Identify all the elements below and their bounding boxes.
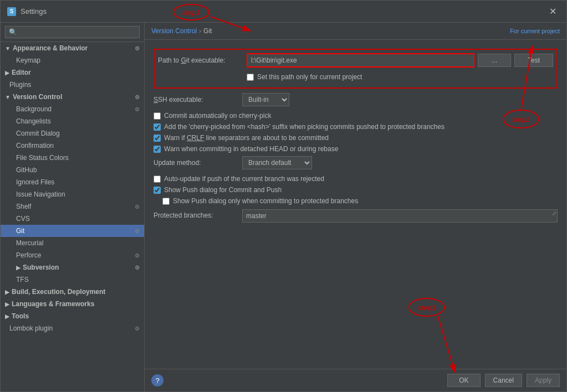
- sidebar-item-appearance[interactable]: ▼Appearance & Behavior ⚙: [1, 42, 144, 54]
- show-push-row: Show Push dialog for Commit and Push: [154, 186, 558, 194]
- protected-input-wrap: ⤢: [242, 209, 558, 223]
- cherry-picked-label: Add the 'cherry-picked from <hash>' suff…: [164, 123, 445, 131]
- shelf-config-icon: ⚙: [135, 204, 140, 210]
- protected-row: Protected branches: ⤢: [154, 209, 558, 223]
- sidebar: ▼Appearance & Behavior ⚙ Keymap ▶Editor …: [1, 23, 145, 391]
- sidebar-item-lombok[interactable]: Lombok plugin ⚙: [1, 322, 144, 334]
- detached-row: Warn when committing in detached HEAD or…: [154, 145, 558, 153]
- set-path-row: Set this path only for current project: [158, 73, 553, 81]
- ok-button[interactable]: OK: [447, 374, 480, 387]
- auto-update-row: Auto-update if push of the current branc…: [154, 175, 558, 183]
- cherry-picked-checkbox[interactable]: [154, 123, 161, 131]
- vc-config-icon: ⚙: [135, 94, 140, 100]
- show-push-only-row: Show Push dialog only when committing to…: [154, 197, 558, 205]
- protected-label: Protected branches:: [154, 209, 242, 219]
- crlf-checkbox[interactable]: [154, 135, 161, 142]
- sidebar-item-perforce[interactable]: Perforce ⚙: [1, 249, 144, 261]
- breadcrumb: Version Control › Git For current projec…: [145, 23, 566, 40]
- cherry-pick-row: Commit automatically on cherry-pick: [154, 112, 558, 120]
- cherry-picked-row: Add the 'cherry-picked from <hash>' suff…: [154, 123, 558, 131]
- dialog-title: Settings: [21, 7, 47, 16]
- sidebar-item-build-exec[interactable]: ▶Build, Execution, Deployment: [1, 286, 144, 298]
- sidebar-item-tools[interactable]: ▶Tools: [1, 310, 144, 322]
- expand-button[interactable]: ⤢: [552, 210, 556, 216]
- git-config-icon: ⚙: [135, 228, 140, 234]
- detached-checkbox[interactable]: [154, 146, 161, 153]
- cancel-button[interactable]: Cancel: [485, 374, 522, 387]
- ssh-row: SSH executable: Built-in Native: [154, 93, 558, 106]
- title-bar: S Settings ✕: [1, 1, 566, 23]
- sidebar-item-background[interactable]: Background ⚙: [1, 103, 144, 115]
- path-row-outline: Path to Git executable: ... Test Set thi…: [154, 49, 558, 89]
- git-path-input[interactable]: [247, 53, 474, 68]
- close-button[interactable]: ✕: [546, 5, 560, 18]
- sidebar-item-keymap[interactable]: Keymap: [1, 54, 144, 66]
- set-path-label[interactable]: Set this path only for current project: [257, 73, 362, 81]
- sidebar-item-editor[interactable]: ▶Editor: [1, 66, 144, 79]
- bottom-bar: ? OK Cancel Apply: [145, 369, 566, 391]
- set-path-checkbox[interactable]: [247, 74, 254, 81]
- path-label: Path to Git executable:: [158, 56, 247, 64]
- sidebar-item-changelists[interactable]: Changelists: [1, 115, 144, 127]
- crlf-row: Warn if CRLF line separators are about t…: [154, 134, 558, 142]
- sidebar-item-ignored-files[interactable]: Ignored Files: [1, 176, 144, 188]
- sidebar-item-tfs[interactable]: TFS: [1, 274, 144, 286]
- breadcrumb-vc[interactable]: Version Control: [151, 27, 197, 35]
- update-select[interactable]: Branch default Merge Rebase: [242, 156, 312, 169]
- apply-button[interactable]: Apply: [527, 374, 560, 387]
- main-panel: Version Control › Git For current projec…: [145, 23, 566, 391]
- sidebar-item-confirmation[interactable]: Confirmation: [1, 140, 144, 152]
- protected-input[interactable]: [242, 209, 558, 223]
- lombok-config-icon: ⚙: [135, 326, 140, 332]
- ssh-label: SSH executable:: [154, 96, 242, 104]
- breadcrumb-project: For current project: [510, 28, 560, 34]
- ssh-select[interactable]: Built-in Native: [242, 93, 289, 106]
- sidebar-item-mercurial[interactable]: Mercurial: [1, 237, 144, 249]
- sidebar-item-issue-navigation[interactable]: Issue Navigation: [1, 188, 144, 200]
- panel-content: Path to Git executable: ... Test Set thi…: [145, 40, 566, 369]
- sidebar-item-commit-dialog[interactable]: Commit Dialog: [1, 127, 144, 140]
- sidebar-item-github[interactable]: GitHub: [1, 164, 144, 176]
- search-box[interactable]: [1, 23, 144, 42]
- test-button[interactable]: Test: [514, 54, 553, 67]
- update-row: Update method: Branch default Merge Reba…: [154, 156, 558, 169]
- bg-config-icon: ⚙: [135, 106, 140, 112]
- show-push-label[interactable]: Show Push dialog for Commit and Push: [164, 186, 282, 194]
- sidebar-item-subversion[interactable]: ▶Subversion ⚙: [1, 261, 144, 274]
- auto-update-checkbox[interactable]: [154, 176, 161, 183]
- svn-config-icon: ⚙: [135, 265, 140, 271]
- detached-label[interactable]: Warn when committing in detached HEAD or…: [164, 145, 338, 153]
- sidebar-item-cvs[interactable]: CVS: [1, 213, 144, 225]
- cherry-pick-label[interactable]: Commit automatically on cherry-pick: [164, 112, 271, 120]
- sidebar-item-shelf[interactable]: Shelf ⚙: [1, 200, 144, 213]
- show-push-only-label[interactable]: Show Push dialog only when committing to…: [173, 197, 358, 205]
- sidebar-item-git[interactable]: Git ⚙: [1, 225, 144, 237]
- breadcrumb-sep: ›: [199, 27, 201, 35]
- crlf-label: Warn if CRLF line separators are about t…: [164, 134, 329, 142]
- breadcrumb-current: Git: [203, 27, 212, 35]
- show-push-only-checkbox[interactable]: [162, 198, 170, 205]
- cherry-pick-checkbox[interactable]: [154, 112, 161, 120]
- sidebar-item-lang-frameworks[interactable]: ▶Languages & Frameworks: [1, 298, 144, 310]
- sidebar-item-file-status-colors[interactable]: File Status Colors: [1, 152, 144, 164]
- config-icon: ⚙: [135, 45, 140, 51]
- perforce-config-icon: ⚙: [135, 252, 140, 259]
- sidebar-item-version-control[interactable]: ▼Version Control ⚙: [1, 91, 144, 103]
- bottom-buttons: OK Cancel Apply: [447, 374, 560, 387]
- sidebar-item-plugins[interactable]: Plugins: [1, 79, 144, 91]
- update-label: Update method:: [154, 159, 242, 167]
- help-button[interactable]: ?: [151, 374, 164, 386]
- show-push-checkbox[interactable]: [154, 187, 161, 194]
- app-icon: S: [7, 7, 16, 16]
- path-form-row: Path to Git executable: ... Test: [158, 53, 553, 68]
- browse-button[interactable]: ...: [478, 54, 511, 67]
- search-input[interactable]: [5, 26, 140, 38]
- auto-update-label[interactable]: Auto-update if push of the current branc…: [164, 175, 324, 183]
- path-input-row: ... Test: [247, 53, 553, 68]
